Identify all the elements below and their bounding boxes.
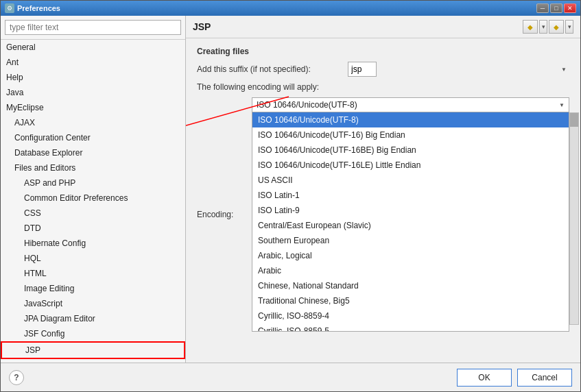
tree-container[interactable]: General Ant Help Java MyEclipse AJAX Con… [1, 40, 185, 363]
title-bar-buttons: ─ □ ✕ [536, 3, 576, 13]
back-button[interactable]: ◆ [523, 20, 538, 34]
encoding-option-isolatin1[interactable]: ISO Latin-1 [252, 188, 569, 203]
left-panel: General Ant Help Java MyEclipse AJAX Con… [1, 16, 186, 363]
title-bar: ⚙ Preferences ─ □ ✕ [1, 1, 580, 16]
scrollbar-thumb[interactable] [570, 113, 578, 127]
window-title: Preferences [17, 4, 60, 12]
back-arrow-button[interactable]: ▾ [539, 20, 547, 34]
close-button[interactable]: ✕ [564, 3, 576, 13]
ok-button[interactable]: OK [457, 369, 512, 387]
suffix-select[interactable]: jsp [348, 62, 377, 77]
suffix-select-wrapper: jsp [348, 62, 569, 77]
minimize-button[interactable]: ─ [536, 3, 549, 13]
tree-item-java[interactable]: Java [1, 85, 185, 100]
encoding-dropdown-list[interactable]: ISO 10646/Unicode(UTF-8) ISO 10646/Unico… [252, 112, 569, 332]
tree-item-general[interactable]: General [1, 40, 185, 55]
tree-item-configuration-center[interactable]: Configuration Center [1, 130, 185, 145]
encoding-dropdown-trigger[interactable]: ISO 10646/Unicode(UTF-8) ▼ [252, 97, 569, 112]
preferences-window: ⚙ Preferences ─ □ ✕ General Ant Help Jav… [0, 0, 581, 392]
tree-item-ant[interactable]: Ant [1, 55, 185, 70]
encoding-label: Encoding: [197, 210, 252, 219]
creating-files-section-title: Creating files [197, 47, 569, 56]
tree-item-common-editor-preferences[interactable]: Common Editor Preferences [1, 191, 185, 206]
encoding-row: Encoding: ISO 10646/Unicode(UTF-8) ▼ ISO… [197, 97, 569, 332]
tree-item-jsf-config[interactable]: JSF Config [1, 326, 185, 341]
right-panel-title: JSP [193, 21, 211, 32]
encoding-option-arabic[interactable]: Arabic [252, 263, 569, 278]
tree-item-ajax[interactable]: AJAX [1, 115, 185, 130]
footer-right: OK Cancel [457, 369, 572, 387]
right-panel: JSP ◆ ▾ ◆ ▾ Creating files Add this suff… [186, 16, 580, 363]
app-icon: ⚙ [5, 3, 14, 13]
tree-item-hql[interactable]: HQL [1, 251, 185, 266]
filter-input[interactable] [5, 20, 181, 35]
encoding-section: Encoding: ISO 10646/Unicode(UTF-8) ▼ ISO… [197, 97, 569, 332]
encoding-option-isolatin9[interactable]: ISO Latin-9 [252, 203, 569, 218]
filter-box [1, 16, 185, 40]
help-button[interactable]: ? [9, 370, 24, 385]
tree-item-help[interactable]: Help [1, 70, 185, 85]
tree-item-html[interactable]: HTML [1, 266, 185, 281]
tree-item-jpa-diagram-editor[interactable]: JPA Diagram Editor [1, 311, 185, 326]
tree-item-image-editing[interactable]: Image Editing [1, 281, 185, 296]
encoding-current-value: ISO 10646/Unicode(UTF-8) [257, 100, 357, 110]
title-bar-left: ⚙ Preferences [5, 3, 60, 13]
tree-item-database-explorer[interactable]: Database Explorer [1, 145, 185, 160]
tree-item-hibernate-config[interactable]: Hibernate Config [1, 236, 185, 251]
tree-item-myeclipse[interactable]: MyEclipse [1, 100, 185, 115]
right-header: JSP ◆ ▾ ◆ ▾ [186, 16, 580, 38]
nav-buttons: ◆ ▾ ◆ ▾ [523, 20, 573, 34]
maximize-button[interactable]: □ [550, 3, 562, 13]
tree-item-css[interactable]: CSS [1, 206, 185, 221]
encoding-option-cyrillic4[interactable]: Cyrillic, ISO-8859-4 [252, 308, 569, 323]
encoding-dropdown-container: ISO 10646/Unicode(UTF-8) ▼ ISO 10646/Uni… [252, 97, 569, 332]
encoding-option-slavic[interactable]: Central/East European (Slavic) [252, 218, 569, 233]
footer: ? OK Cancel [1, 363, 580, 391]
encoding-option-cyrillic5[interactable]: Cyrillic, ISO-8859-5 [252, 323, 569, 332]
suffix-row: Add this suffix (if not specified): jsp [197, 62, 569, 77]
tree-item-dtd[interactable]: DTD [1, 221, 185, 236]
encoding-option-utf8[interactable]: ISO 10646/Unicode(UTF-8) [252, 112, 569, 127]
encoding-option-utf16be[interactable]: ISO 10646/Unicode(UTF-16) Big Endian [252, 127, 569, 143]
encoding-option-southern[interactable]: Southern European [252, 233, 569, 248]
encoding-option-utf16le[interactable]: ISO 10646/Unicode(UTF-16LE) Little Endia… [252, 158, 569, 173]
scrollbar-track[interactable] [569, 112, 579, 325]
right-body: Creating files Add this suffix (if not s… [186, 38, 580, 363]
encoding-option-usascii[interactable]: US ASCII [252, 173, 569, 188]
tree-item-javascript[interactable]: JavaScript [1, 296, 185, 311]
encoding-apply-text: The following encoding will apply: [197, 82, 569, 92]
cancel-button[interactable]: Cancel [517, 369, 572, 387]
tree-item-jsp[interactable]: JSP [1, 341, 185, 359]
encoding-option-arabic-logical[interactable]: Arabic, Logical [252, 248, 569, 263]
tree-item-asp-and-php[interactable]: ASP and PHP [1, 175, 185, 191]
encoding-option-chinese-national[interactable]: Chinese, National Standard [252, 278, 569, 293]
tree-item-files-and-editors[interactable]: Files and Editors [1, 160, 185, 175]
footer-left: ? [9, 370, 24, 385]
forward-button[interactable]: ◆ [549, 20, 564, 34]
dropdown-arrow-icon: ▼ [559, 102, 565, 108]
suffix-label: Add this suffix (if not specified): [197, 64, 348, 74]
encoding-option-trad-chinese[interactable]: Traditional Chinese, Big5 [252, 293, 569, 308]
main-content: General Ant Help Java MyEclipse AJAX Con… [1, 16, 580, 363]
forward-arrow-button[interactable]: ▾ [565, 20, 573, 34]
encoding-option-utf16be2[interactable]: ISO 10646/Unicode(UTF-16BE) Big Endian [252, 143, 569, 158]
